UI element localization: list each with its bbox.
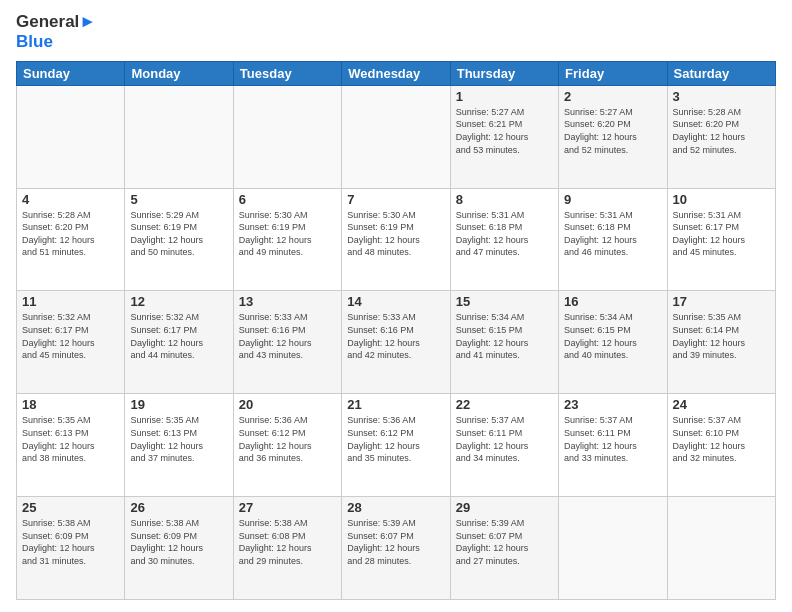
- calendar-cell: 3Sunrise: 5:28 AMSunset: 6:20 PMDaylight…: [667, 85, 775, 188]
- calendar-header-row: SundayMondayTuesdayWednesdayThursdayFrid…: [17, 61, 776, 85]
- day-info: Sunrise: 5:31 AMSunset: 6:18 PMDaylight:…: [456, 209, 553, 259]
- calendar-cell: 1Sunrise: 5:27 AMSunset: 6:21 PMDaylight…: [450, 85, 558, 188]
- day-number: 6: [239, 192, 336, 207]
- day-number: 14: [347, 294, 444, 309]
- day-info: Sunrise: 5:31 AMSunset: 6:18 PMDaylight:…: [564, 209, 661, 259]
- calendar-cell: 12Sunrise: 5:32 AMSunset: 6:17 PMDayligh…: [125, 291, 233, 394]
- day-number: 29: [456, 500, 553, 515]
- day-number: 18: [22, 397, 119, 412]
- page: General► Blue SundayMondayTuesdayWednesd…: [0, 0, 792, 612]
- calendar-week-row: 25Sunrise: 5:38 AMSunset: 6:09 PMDayligh…: [17, 497, 776, 600]
- day-number: 21: [347, 397, 444, 412]
- day-info: Sunrise: 5:37 AMSunset: 6:10 PMDaylight:…: [673, 414, 770, 464]
- day-info: Sunrise: 5:37 AMSunset: 6:11 PMDaylight:…: [564, 414, 661, 464]
- calendar-cell: 4Sunrise: 5:28 AMSunset: 6:20 PMDaylight…: [17, 188, 125, 291]
- calendar-cell: 14Sunrise: 5:33 AMSunset: 6:16 PMDayligh…: [342, 291, 450, 394]
- day-number: 8: [456, 192, 553, 207]
- day-info: Sunrise: 5:30 AMSunset: 6:19 PMDaylight:…: [347, 209, 444, 259]
- day-info: Sunrise: 5:38 AMSunset: 6:09 PMDaylight:…: [130, 517, 227, 567]
- day-info: Sunrise: 5:34 AMSunset: 6:15 PMDaylight:…: [456, 311, 553, 361]
- calendar-cell: [233, 85, 341, 188]
- calendar-cell: 18Sunrise: 5:35 AMSunset: 6:13 PMDayligh…: [17, 394, 125, 497]
- day-number: 28: [347, 500, 444, 515]
- day-number: 15: [456, 294, 553, 309]
- calendar-cell: [667, 497, 775, 600]
- day-number: 2: [564, 89, 661, 104]
- day-info: Sunrise: 5:37 AMSunset: 6:11 PMDaylight:…: [456, 414, 553, 464]
- logo-text: General► Blue: [16, 12, 96, 53]
- calendar-cell: [559, 497, 667, 600]
- calendar-cell: [342, 85, 450, 188]
- day-info: Sunrise: 5:35 AMSunset: 6:14 PMDaylight:…: [673, 311, 770, 361]
- weekday-header: Tuesday: [233, 61, 341, 85]
- day-number: 27: [239, 500, 336, 515]
- day-number: 17: [673, 294, 770, 309]
- day-number: 25: [22, 500, 119, 515]
- calendar-cell: 29Sunrise: 5:39 AMSunset: 6:07 PMDayligh…: [450, 497, 558, 600]
- weekday-header: Sunday: [17, 61, 125, 85]
- calendar-cell: 21Sunrise: 5:36 AMSunset: 6:12 PMDayligh…: [342, 394, 450, 497]
- weekday-header: Thursday: [450, 61, 558, 85]
- day-info: Sunrise: 5:29 AMSunset: 6:19 PMDaylight:…: [130, 209, 227, 259]
- day-number: 16: [564, 294, 661, 309]
- day-info: Sunrise: 5:28 AMSunset: 6:20 PMDaylight:…: [673, 106, 770, 156]
- calendar-cell: 10Sunrise: 5:31 AMSunset: 6:17 PMDayligh…: [667, 188, 775, 291]
- day-info: Sunrise: 5:36 AMSunset: 6:12 PMDaylight:…: [239, 414, 336, 464]
- calendar-cell: 11Sunrise: 5:32 AMSunset: 6:17 PMDayligh…: [17, 291, 125, 394]
- calendar-cell: 23Sunrise: 5:37 AMSunset: 6:11 PMDayligh…: [559, 394, 667, 497]
- day-number: 19: [130, 397, 227, 412]
- day-info: Sunrise: 5:39 AMSunset: 6:07 PMDaylight:…: [347, 517, 444, 567]
- day-number: 20: [239, 397, 336, 412]
- day-number: 13: [239, 294, 336, 309]
- day-number: 26: [130, 500, 227, 515]
- day-info: Sunrise: 5:38 AMSunset: 6:08 PMDaylight:…: [239, 517, 336, 567]
- day-number: 22: [456, 397, 553, 412]
- day-number: 24: [673, 397, 770, 412]
- day-number: 10: [673, 192, 770, 207]
- calendar-cell: 9Sunrise: 5:31 AMSunset: 6:18 PMDaylight…: [559, 188, 667, 291]
- calendar-cell: [125, 85, 233, 188]
- day-number: 4: [22, 192, 119, 207]
- calendar-cell: 13Sunrise: 5:33 AMSunset: 6:16 PMDayligh…: [233, 291, 341, 394]
- calendar-cell: 16Sunrise: 5:34 AMSunset: 6:15 PMDayligh…: [559, 291, 667, 394]
- calendar-table: SundayMondayTuesdayWednesdayThursdayFrid…: [16, 61, 776, 600]
- calendar-cell: 25Sunrise: 5:38 AMSunset: 6:09 PMDayligh…: [17, 497, 125, 600]
- day-info: Sunrise: 5:33 AMSunset: 6:16 PMDaylight:…: [347, 311, 444, 361]
- day-info: Sunrise: 5:31 AMSunset: 6:17 PMDaylight:…: [673, 209, 770, 259]
- calendar-cell: 22Sunrise: 5:37 AMSunset: 6:11 PMDayligh…: [450, 394, 558, 497]
- calendar-week-row: 11Sunrise: 5:32 AMSunset: 6:17 PMDayligh…: [17, 291, 776, 394]
- logo: General► Blue: [16, 12, 96, 53]
- calendar-cell: 17Sunrise: 5:35 AMSunset: 6:14 PMDayligh…: [667, 291, 775, 394]
- calendar-week-row: 1Sunrise: 5:27 AMSunset: 6:21 PMDaylight…: [17, 85, 776, 188]
- day-info: Sunrise: 5:33 AMSunset: 6:16 PMDaylight:…: [239, 311, 336, 361]
- day-number: 23: [564, 397, 661, 412]
- day-info: Sunrise: 5:32 AMSunset: 6:17 PMDaylight:…: [130, 311, 227, 361]
- calendar-cell: 27Sunrise: 5:38 AMSunset: 6:08 PMDayligh…: [233, 497, 341, 600]
- calendar-cell: 15Sunrise: 5:34 AMSunset: 6:15 PMDayligh…: [450, 291, 558, 394]
- weekday-header: Wednesday: [342, 61, 450, 85]
- calendar-cell: 24Sunrise: 5:37 AMSunset: 6:10 PMDayligh…: [667, 394, 775, 497]
- calendar-week-row: 4Sunrise: 5:28 AMSunset: 6:20 PMDaylight…: [17, 188, 776, 291]
- weekday-header: Friday: [559, 61, 667, 85]
- day-info: Sunrise: 5:27 AMSunset: 6:20 PMDaylight:…: [564, 106, 661, 156]
- calendar-cell: 2Sunrise: 5:27 AMSunset: 6:20 PMDaylight…: [559, 85, 667, 188]
- day-info: Sunrise: 5:36 AMSunset: 6:12 PMDaylight:…: [347, 414, 444, 464]
- day-info: Sunrise: 5:38 AMSunset: 6:09 PMDaylight:…: [22, 517, 119, 567]
- day-number: 7: [347, 192, 444, 207]
- day-info: Sunrise: 5:28 AMSunset: 6:20 PMDaylight:…: [22, 209, 119, 259]
- calendar-cell: 19Sunrise: 5:35 AMSunset: 6:13 PMDayligh…: [125, 394, 233, 497]
- weekday-header: Monday: [125, 61, 233, 85]
- day-number: 11: [22, 294, 119, 309]
- day-number: 3: [673, 89, 770, 104]
- day-info: Sunrise: 5:35 AMSunset: 6:13 PMDaylight:…: [130, 414, 227, 464]
- calendar-cell: 8Sunrise: 5:31 AMSunset: 6:18 PMDaylight…: [450, 188, 558, 291]
- calendar-cell: [17, 85, 125, 188]
- calendar-cell: 26Sunrise: 5:38 AMSunset: 6:09 PMDayligh…: [125, 497, 233, 600]
- day-number: 9: [564, 192, 661, 207]
- calendar-week-row: 18Sunrise: 5:35 AMSunset: 6:13 PMDayligh…: [17, 394, 776, 497]
- day-info: Sunrise: 5:27 AMSunset: 6:21 PMDaylight:…: [456, 106, 553, 156]
- day-number: 1: [456, 89, 553, 104]
- calendar-cell: 7Sunrise: 5:30 AMSunset: 6:19 PMDaylight…: [342, 188, 450, 291]
- calendar-cell: 28Sunrise: 5:39 AMSunset: 6:07 PMDayligh…: [342, 497, 450, 600]
- weekday-header: Saturday: [667, 61, 775, 85]
